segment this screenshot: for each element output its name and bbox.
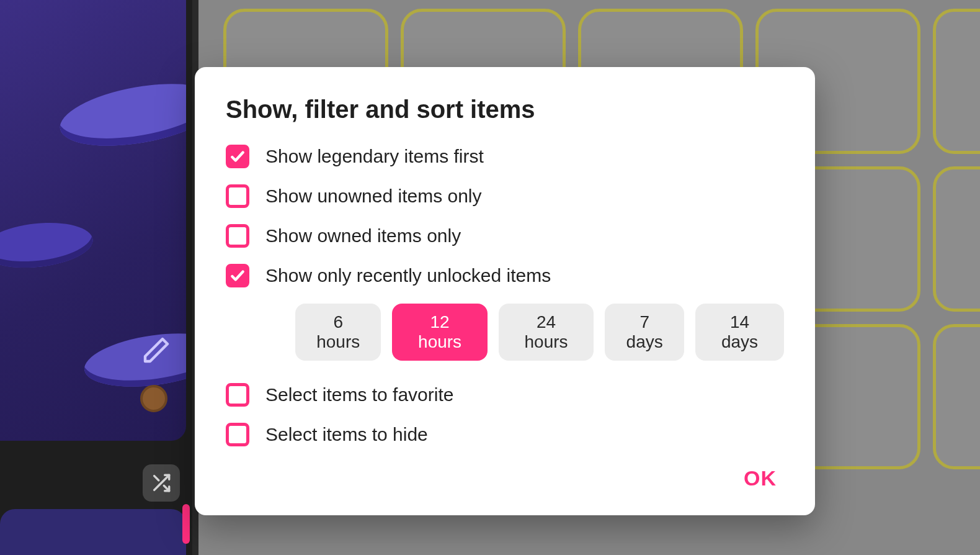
check-icon: [229, 268, 246, 284]
scene-crater: [0, 218, 95, 273]
option-row-legendary-first: Show legendary items first: [226, 145, 784, 168]
option-label: Show unowned items only: [265, 186, 482, 207]
filter-sort-modal: Show, filter and sort items Show legenda…: [195, 67, 815, 515]
modal-title: Show, filter and sort items: [226, 96, 784, 124]
option-row-favorite: Select items to favorite: [226, 383, 784, 407]
time-range-7-days[interactable]: 7 days: [605, 304, 684, 361]
checkbox-hide[interactable]: [226, 423, 249, 446]
ok-button[interactable]: OK: [736, 463, 784, 494]
time-range-12-hours[interactable]: 12 hours: [392, 304, 487, 361]
option-row-recently-unlocked: Show only recently unlocked items: [226, 264, 784, 287]
checkbox-favorite[interactable]: [226, 383, 249, 407]
modal-footer: OK: [226, 463, 784, 494]
option-row-hide: Select items to hide: [226, 423, 784, 446]
avatar-scene: [0, 0, 186, 441]
option-label: Show only recently unlocked items: [265, 265, 551, 286]
option-label: Show legendary items first: [265, 146, 484, 167]
color-swatch[interactable]: [140, 385, 167, 412]
pencil-icon: [141, 335, 171, 365]
option-row-owned-only: Show owned items only: [226, 224, 784, 248]
time-range-14-days[interactable]: 14 days: [695, 304, 784, 361]
option-label: Select items to hide: [265, 424, 428, 445]
time-range-24-hours[interactable]: 24 hours: [499, 304, 594, 361]
option-label: Show owned items only: [265, 225, 461, 246]
checkbox-unowned-only[interactable]: [226, 184, 249, 208]
scene-crater: [55, 73, 186, 156]
checkbox-recently-unlocked[interactable]: [226, 264, 249, 287]
shuffle-icon: [151, 472, 172, 494]
sidebar-scroll-thumb[interactable]: [182, 504, 190, 544]
option-label: Select items to favorite: [265, 384, 453, 405]
sidebar: [0, 0, 192, 555]
option-row-unowned-only: Show unowned items only: [226, 184, 784, 208]
time-range-group: 6 hours 12 hours 24 hours 7 days 14 days: [295, 304, 784, 361]
checkbox-legendary-first[interactable]: [226, 145, 249, 168]
time-range-6-hours[interactable]: 6 hours: [295, 304, 381, 361]
preview-panel: [0, 509, 186, 555]
shuffle-button[interactable]: [143, 464, 180, 502]
checkbox-owned-only[interactable]: [226, 224, 249, 248]
check-icon: [229, 148, 246, 165]
edit-scene-button[interactable]: [141, 335, 171, 365]
